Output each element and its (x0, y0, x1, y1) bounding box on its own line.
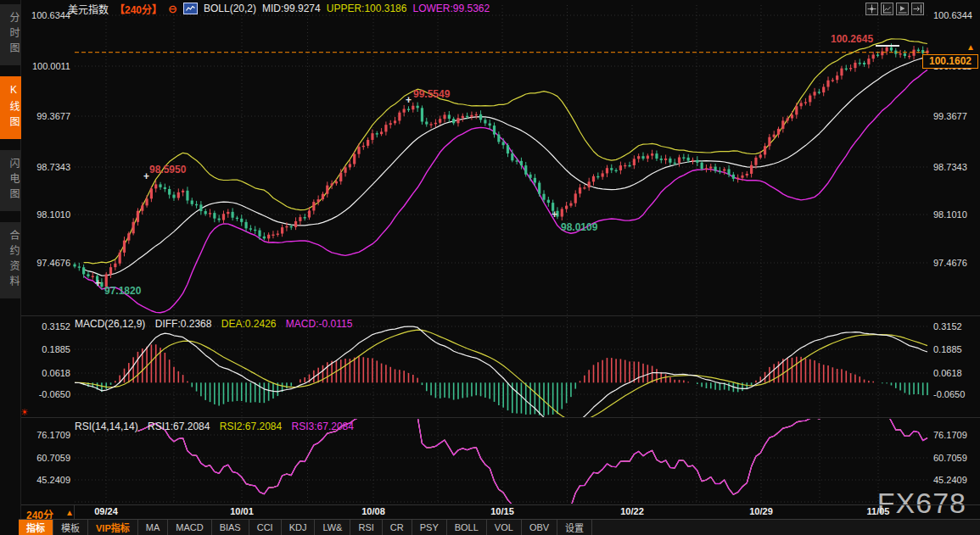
rsi3-value: RSI3:67.2084 (292, 421, 354, 432)
toolbar-tab[interactable]: 设置 (557, 520, 592, 535)
toolbar-tab[interactable]: BOLL (447, 520, 487, 535)
toolbar-tab[interactable]: LW& (315, 520, 350, 535)
extreme-cross-marker: + (143, 172, 149, 181)
toolbar-tab[interactable]: CR (383, 520, 412, 535)
extreme-cross-marker: + (95, 279, 101, 287)
toolbar-tab[interactable]: MACD (168, 520, 211, 535)
high-tick-mark (876, 45, 899, 47)
macd-header: MACD(26,12,9) DIFF:0.2368 DEA:0.2426 MAC… (75, 318, 359, 330)
price-annotation: 100.2645 (831, 33, 873, 45)
panel-divider (21, 315, 980, 316)
collapse-icon[interactable]: ⊖ (168, 3, 177, 15)
toolbar-tab[interactable]: VIP指标 (88, 520, 138, 535)
toolbar-tab[interactable]: BIAS (212, 520, 249, 535)
macd-diff-value: DIFF:0.2368 (155, 318, 212, 330)
macd-title: MACD(26,12,9) (75, 318, 145, 330)
rsi-title: RSI(14,14,14) (75, 421, 138, 432)
boll-mid-value: MID:99.9274 (262, 3, 321, 14)
y-axis-label: 0.3152 (933, 321, 962, 332)
x-axis-row: 240分 ▲ (21, 504, 980, 520)
y-axis-label: 76.1709 (933, 430, 967, 440)
chart-canvas[interactable] (0, 0, 980, 535)
last-price-label: 100.1602 (922, 54, 978, 69)
trading-terminal: 分时图K线图闪电图合约资料 美元指数 【240分】 ⊖ BOLL(20,2) M… (0, 0, 980, 535)
toolbar-tab[interactable]: 模板 (53, 520, 88, 535)
y-axis-label: 100.6344 (933, 10, 972, 20)
price-annotation: 99.5549 (413, 88, 450, 100)
symbol-title: 美元指数 (68, 2, 109, 16)
toolbar-tab[interactable]: VOL (487, 520, 522, 535)
y-axis-label: 97.4676 (933, 258, 967, 268)
price-annotation: 98.5950 (149, 164, 186, 176)
rsi-header: RSI(14,14,14) RSI1:67.2084 RSI2:67.2084 … (75, 421, 361, 432)
y-axis-label: 0.1885 (933, 344, 962, 354)
price-up-arrow-icon: ▲ (966, 42, 975, 52)
sidebar: 分时图K线图闪电图合约资料 (0, 0, 21, 535)
period-arrow-icon[interactable]: ▲ (65, 508, 74, 517)
extreme-cross-marker: + (552, 210, 557, 219)
axis-shift-right-icon[interactable] (911, 3, 924, 15)
boll-lower-value: LOWER:99.5362 (412, 3, 490, 14)
toolbar-tab[interactable]: OBV (522, 520, 557, 535)
period-tag: 【240分】 (115, 2, 162, 16)
axis-scale-left-icon[interactable] (881, 3, 893, 15)
macd-dea-value: DEA:0.2426 (221, 318, 277, 330)
alert-sun-icon[interactable]: ☀ (20, 407, 29, 418)
toolbar-tab[interactable]: CCI (249, 520, 282, 535)
divider (74, 505, 75, 520)
sidebar-tab-item[interactable]: 合约资料 (0, 222, 21, 298)
rsi1-value: RSI1:67.2084 (148, 421, 210, 432)
toolbar-tab[interactable]: KDJ (282, 520, 316, 535)
toolbar-tab[interactable]: RSI (350, 520, 382, 535)
sidebar-tab-item[interactable]: 分时图 (0, 4, 21, 65)
y-axis-label: 98.1010 (933, 209, 967, 220)
y-axis-label: 45.2409 (933, 475, 967, 485)
y-axis-label: 99.3677 (933, 111, 967, 121)
mini-chart-icon[interactable] (183, 3, 198, 14)
toolbar-tab[interactable]: 指标 (19, 520, 53, 535)
extreme-cross-marker: + (406, 96, 412, 104)
y-axis-label: 60.7059 (933, 453, 967, 463)
indicator-toolbar: 指标模板VIP指标MAMACDBIASCCIKDJLW&RSICRPSYBOLL… (19, 519, 980, 535)
y-axis-label: 98.7343 (933, 162, 967, 172)
y-axis-label: 0.0618 (933, 368, 962, 378)
rsi2-value: RSI2:67.2084 (220, 421, 282, 432)
boll-indicator-label: BOLL(20,2) (204, 3, 256, 14)
y-axis-label: -0.0650 (933, 389, 965, 399)
move-crosshair-icon[interactable] (865, 3, 878, 15)
chart-tools (865, 3, 924, 15)
axis-play-icon[interactable] (896, 3, 909, 15)
price-annotation: 98.0109 (561, 221, 597, 233)
macd-macd-value: MACD:-0.0115 (286, 318, 352, 330)
chart-header: 美元指数 【240分】 ⊖ BOLL(20,2) MID:99.9274 UPP… (68, 2, 490, 15)
price-annotation: 97.1820 (104, 285, 141, 297)
toolbar-tab[interactable]: MA (138, 520, 169, 535)
toolbar-tab[interactable]: PSY (412, 520, 447, 535)
boll-upper-value: UPPER:100.3186 (327, 3, 407, 14)
panel-divider (21, 417, 980, 418)
sidebar-tab-item[interactable]: 闪电图 (0, 150, 21, 211)
sidebar-tab-active[interactable]: K线图 (0, 76, 21, 139)
